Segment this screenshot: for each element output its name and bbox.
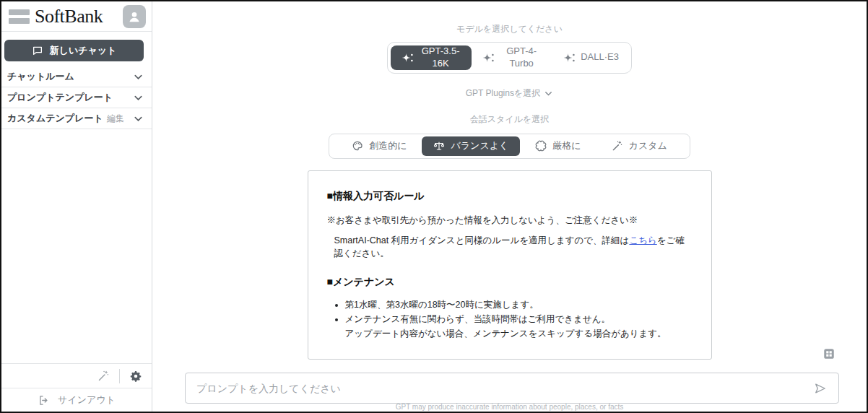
rules-guidance-text: SmartAI-Chat 利用ガイダンスと同様のルールを適用しますので、詳細はこ… bbox=[327, 234, 693, 260]
model-button-gpt4-turbo[interactable]: GPT-4-Turbo bbox=[472, 45, 552, 70]
logout-icon bbox=[38, 394, 50, 407]
gpt-disclaimer: GPT may produce inaccurate information a… bbox=[152, 403, 867, 411]
rules-heading: ■情報入力可否ルール bbox=[327, 188, 693, 203]
magic-wand-icon bbox=[97, 370, 110, 382]
sparkle-icon bbox=[562, 52, 576, 64]
person-icon bbox=[126, 9, 142, 25]
main-area: モデルを選択してください GPT-3.5-16K GPT-4-Turbo DAL… bbox=[152, 1, 867, 412]
new-chat-button[interactable]: 新しいチャット bbox=[4, 40, 144, 61]
prompt-input[interactable] bbox=[196, 383, 813, 394]
brand-wordmark: SoftBank bbox=[35, 6, 118, 27]
sign-out-button[interactable]: サインアウト bbox=[1, 388, 152, 412]
sparkle-icon bbox=[400, 52, 414, 64]
maintenance-heading: ■メンテナンス bbox=[327, 274, 693, 289]
notice-box: ■情報入力可否ルール ※お客さまや取引先から預かった情報を入力しないよう、ご注意… bbox=[308, 170, 712, 360]
maintenance-list: 第1水曜、第3水曜の18時〜20時に実施します。 メンテナンス有無に関わらず、当… bbox=[327, 298, 693, 326]
maintenance-note: アップデート内容がない場合、メンテナンスをスキップする場合があります。 bbox=[345, 327, 693, 340]
sidebar: SoftBank 新しいチャット チャットルーム プロンプトテンプレート bbox=[1, 1, 152, 412]
magic-wand-button[interactable] bbox=[97, 370, 110, 382]
model-button-dalle3[interactable]: DALL·E3 bbox=[552, 45, 628, 70]
divider bbox=[119, 369, 120, 383]
gear-icon bbox=[129, 370, 142, 383]
sidebar-tools bbox=[1, 363, 152, 388]
conversation-style-selector: 創造的に バランスよく 厳格に カスタム bbox=[329, 134, 690, 159]
edit-link[interactable]: 編集 bbox=[107, 113, 124, 125]
style-button-creative[interactable]: 創造的に bbox=[337, 136, 422, 156]
prompt-bar bbox=[185, 373, 839, 404]
template-grid-button[interactable] bbox=[823, 347, 836, 360]
send-button[interactable] bbox=[813, 381, 828, 396]
sidebar-item-prompt-templates[interactable]: プロンプトテンプレート bbox=[1, 87, 152, 108]
sparkle-icon bbox=[481, 52, 495, 64]
gpt-plugins-dropdown[interactable]: GPT Pluginsを選択 bbox=[466, 87, 553, 100]
maintenance-item: 第1水曜、第3水曜の18時〜20時に実施します。 bbox=[345, 298, 693, 311]
style-button-balanced[interactable]: バランスよく bbox=[422, 136, 520, 156]
chevron-down-icon bbox=[133, 71, 144, 82]
settings-button[interactable] bbox=[129, 370, 142, 383]
style-button-custom[interactable]: カスタム bbox=[596, 136, 682, 156]
chevron-down-icon bbox=[133, 113, 144, 124]
maintenance-item: メンテナンス有無に関わらず、当該時間帯はご利用できません。 bbox=[345, 313, 693, 326]
sidebar-item-custom-templates[interactable]: カスタムテンプレート 編集 bbox=[1, 108, 152, 129]
magic-wand-icon bbox=[612, 140, 623, 152]
sidebar-header: SoftBank bbox=[1, 1, 152, 32]
rules-warning-text: ※お客さまや取引先から預かった情報を入力しないよう、ご注意ください※ bbox=[327, 214, 693, 227]
chevron-down-icon bbox=[544, 89, 553, 98]
sidebar-item-chat-rooms[interactable]: チャットルーム bbox=[1, 66, 152, 87]
balance-scale-icon bbox=[433, 140, 445, 152]
model-select-label: モデルを選択してください bbox=[456, 23, 563, 35]
style-button-strict[interactable]: 厳格に bbox=[520, 136, 596, 156]
app-window: SoftBank 新しいチャット チャットルーム プロンプトテンプレート bbox=[0, 0, 868, 413]
grid-icon bbox=[823, 347, 836, 360]
seal-icon bbox=[535, 140, 547, 152]
chevron-down-icon bbox=[133, 92, 144, 103]
sidebar-spacer bbox=[1, 129, 152, 363]
send-icon bbox=[813, 381, 828, 396]
model-selector: GPT-3.5-16K GPT-4-Turbo DALL·E3 bbox=[387, 42, 632, 74]
softbank-logo-bars-icon bbox=[9, 9, 30, 24]
model-button-gpt35-16k[interactable]: GPT-3.5-16K bbox=[391, 45, 472, 70]
user-avatar[interactable] bbox=[123, 5, 146, 28]
palette-icon bbox=[352, 140, 363, 152]
style-select-label: 会話スタイルを選択 bbox=[470, 113, 549, 126]
chat-bubble-icon bbox=[32, 45, 43, 56]
kochira-link[interactable]: こちら bbox=[629, 235, 656, 245]
